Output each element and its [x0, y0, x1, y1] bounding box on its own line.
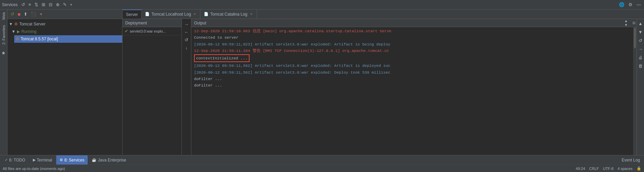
output-header: Output — [191, 19, 624, 27]
service-up-icon[interactable]: ⬆ — [23, 11, 28, 17]
bottom-tab-services[interactable]: ⚙ 8: Services — [56, 155, 88, 165]
output-scroll-arrows: ▲ ▼ — [624, 19, 628, 27]
deploy-item-label: servlet3.0:war explo... — [130, 29, 166, 33]
output-line-2: Connected to server — [191, 34, 637, 41]
side-scroll-up-icon[interactable]: ▲ — [638, 20, 643, 27]
expand-icon[interactable]: ⊕ — [55, 1, 61, 8]
refresh-arrow[interactable]: ↺ — [184, 37, 189, 43]
tab-localhost-label: Tomcat Localhost Log — [151, 12, 191, 17]
tree-arrow-running-icon: ▼ — [12, 29, 16, 34]
tab-server-label: Server — [126, 12, 138, 17]
tab-catalina-close[interactable]: ✕ — [249, 12, 253, 16]
right-panel: Server 📄 Tomcat Localhost Log ✕ 📄 Tomcat… — [123, 9, 644, 155]
side-print-icon[interactable]: 🖨 — [638, 54, 643, 61]
scroll-up-arrow[interactable]: ▲ — [624, 19, 628, 23]
output-header-row: Output ▲ ▼ ⊟ — [191, 19, 637, 27]
tree-arrow-icon: ▼ — [9, 22, 13, 26]
tree-label-running: Running — [21, 29, 37, 34]
bottom-tab-todo[interactable]: ✓ 6: TODO — [1, 155, 29, 165]
tab-tomcat-localhost-log[interactable]: 📄 Tomcat Localhost Log ✕ — [142, 9, 200, 19]
service-restart-icon[interactable]: ↺ — [9, 11, 15, 17]
toolbar-icons: ↺ ≡ ⇅ ⊞ ⊟ ⊕ ✎ + — [20, 1, 73, 8]
add-icon[interactable]: + — [69, 1, 74, 8]
window-controls: 🌐 ⚙ — — [618, 1, 642, 8]
left-strip: Web 2: Favorites ★ — [0, 9, 7, 155]
deployment-panel: Deployment ✔ servlet3.0:war explo... — [123, 19, 182, 155]
line-ending: CRLF — [589, 167, 599, 171]
right-side-toolbar: ▲ ▼ ↺ → 🖨 🗑 — [637, 19, 644, 155]
terminal-icon: ▶ — [33, 158, 36, 162]
bottom-tab-java-enterprise-label: Java Enterprise — [98, 158, 126, 163]
tree-label-tomcat-local: Tomcat 8.5.57 [local] — [21, 37, 58, 41]
bottom-tab-terminal-label: Terminal — [37, 158, 52, 163]
bottom-tab-todo-label: 6: TODO — [9, 158, 25, 163]
sort-icon[interactable]: ⇅ — [34, 1, 39, 8]
tree-item-tomcat-server[interactable]: ▼ ⚙ Tomcat Server — [7, 20, 122, 28]
side-delete-icon[interactable]: 🗑 — [638, 63, 643, 69]
tree-label-tomcat-server: Tomcat Server — [19, 22, 45, 26]
tab-server[interactable]: Server — [123, 9, 142, 19]
output-line-4: 12-Sep-2020 21:59:11.284 警告 [RMI TCP Con… — [191, 47, 637, 54]
output-scrollbar[interactable] — [633, 27, 637, 155]
todo-icon: ✓ — [5, 158, 8, 162]
deploy-right-arrow[interactable]: → — [184, 21, 189, 27]
side-refresh-icon[interactable]: ↺ — [638, 37, 643, 44]
service-stop-icon[interactable]: ■ — [17, 11, 21, 18]
output-line-1: 12-Sep-2020 21:59:10.963 信息 [main] org.a… — [191, 28, 637, 34]
status-bar: All files are up-to-date (moments ago) 4… — [0, 165, 644, 172]
tab-localhost-icon: 📄 — [145, 12, 150, 16]
content-area: Deployment ✔ servlet3.0:war explo... → ←… — [123, 19, 644, 155]
edit-icon[interactable]: ✎ — [62, 1, 68, 8]
deploy-left-arrow[interactable]: ← — [184, 29, 189, 35]
service-add-icon[interactable]: + — [39, 11, 43, 17]
tree-item-running[interactable]: ▼ ▶ Running — [10, 28, 122, 35]
output-side-controls: ⊟ — [632, 21, 635, 25]
event-log-label[interactable]: Event Log — [622, 158, 640, 163]
deployment-header-label: Deployment — [125, 21, 147, 25]
services-icon: ⚙ — [60, 158, 63, 162]
minimize-icon[interactable]: — — [636, 1, 642, 8]
refresh-icon[interactable]: ↺ — [20, 1, 26, 8]
globe-icon[interactable]: 🌐 — [618, 1, 625, 8]
context-initialized-highlighted: contextInitialized ... — [194, 54, 250, 62]
tabs-bar: Server 📄 Tomcat Localhost Log ✕ 📄 Tomcat… — [123, 9, 644, 19]
cursor-position: 49:24 — [576, 167, 585, 171]
side-arrow-icon[interactable]: → — [638, 46, 643, 52]
wrap-icon[interactable]: ⊟ — [632, 21, 635, 25]
down-deploy-arrow[interactable]: ↓ — [185, 44, 188, 51]
settings-icon[interactable]: ⚙ — [627, 1, 634, 8]
service-deploy-icon[interactable]: ⬛ — [30, 11, 37, 17]
tab-localhost-close[interactable]: ✕ — [193, 12, 197, 16]
output-content: 12-Sep-2020 21:59:10.963 信息 [main] org.a… — [191, 27, 637, 155]
star-icon[interactable]: ★ — [1, 47, 6, 58]
bottom-tab-terminal[interactable]: ▶ Terminal — [29, 155, 56, 165]
output-panel: Output ▲ ▼ ⊟ 12-Sep-2020 21:59:10.963 信息… — [191, 19, 637, 155]
services-tree: ▼ ⚙ Tomcat Server ▼ ▶ Running ⚙ Tomcat 8… — [7, 19, 122, 155]
running-play-icon: ▶ — [17, 29, 20, 34]
services-panel: ↺ ■ ⬆ ⬛ + ▼ ⚙ Tomcat Server ▼ ▶ Running … — [7, 9, 123, 155]
status-right: 49:24 CRLF UTF-8 4 spaces 🔒 — [576, 166, 641, 171]
side-scroll-down-icon[interactable]: ▼ — [638, 29, 643, 35]
tab-tomcat-catalina-log[interactable]: 📄 Tomcat Catalina Log ✕ — [200, 9, 257, 19]
output-line-9: doFilter ... — [191, 82, 637, 89]
services-panel-header: ↺ ■ ⬆ ⬛ + — [7, 9, 122, 19]
java-enterprise-icon: ☕ — [92, 158, 96, 162]
favorites-strip-label[interactable]: 2: Favorites — [1, 22, 6, 47]
tomcat-instance-icon: ⚙ — [16, 37, 19, 41]
scrollbar-thumb[interactable] — [634, 28, 636, 48]
deployment-item-servlet[interactable]: ✔ servlet3.0:war explo... — [123, 27, 181, 35]
output-line-5: contextInitialized ... — [191, 54, 637, 62]
tab-catalina-label: Tomcat Catalina Log — [210, 12, 247, 17]
encoding: UTF-8 — [603, 167, 614, 171]
filter-icon[interactable]: ⊟ — [48, 1, 53, 8]
web-strip-label[interactable]: Web — [1, 9, 6, 22]
scroll-down-arrow[interactable]: ▼ — [624, 23, 628, 27]
group-icon[interactable]: ⊞ — [41, 1, 46, 8]
output-header-label: Output — [194, 21, 206, 25]
main-content: Web 2: Favorites ★ ↺ ■ ⬆ ⬛ + ▼ ⚙ Tomcat … — [0, 9, 644, 155]
tree-item-tomcat-local[interactable]: ⚙ Tomcat 8.5.57 [local] — [14, 35, 122, 43]
bottom-tab-java-enterprise[interactable]: ☕ Java Enterprise — [88, 155, 129, 165]
list-icon[interactable]: ≡ — [27, 1, 32, 8]
top-toolbar: Services ↺ ≡ ⇅ ⊞ ⊟ ⊕ ✎ + 🌐 ⚙ — — [0, 0, 644, 9]
deployment-header: Deployment — [123, 19, 181, 27]
